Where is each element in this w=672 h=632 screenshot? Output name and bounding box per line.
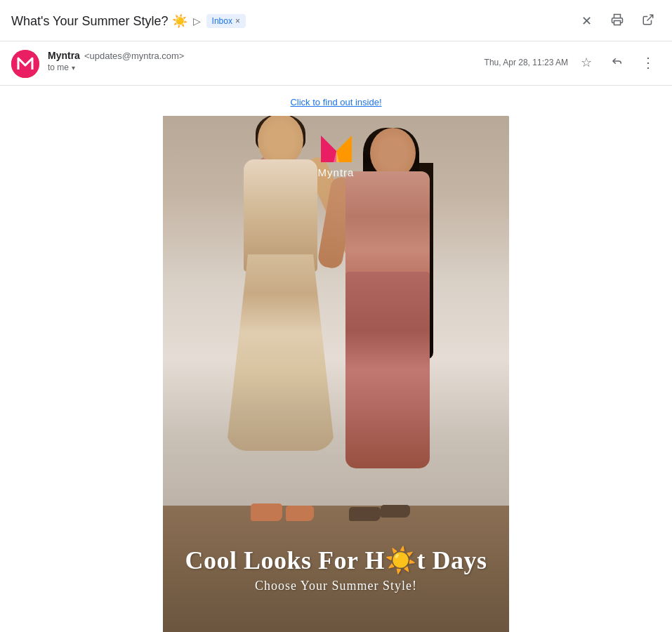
inbox-tag-close-button[interactable]: × (235, 17, 240, 25)
p2-left-sandal (349, 507, 381, 521)
open-new-window-icon (642, 13, 654, 29)
p2-right-sandal (381, 505, 410, 518)
more-options-icon: ⋮ (641, 54, 655, 71)
email-content: Click to find out inside! (0, 86, 672, 632)
to-me-row[interactable]: to me ▾ (48, 62, 184, 72)
header-actions: ✕ (574, 8, 661, 34)
star-button[interactable]: ☆ (574, 50, 599, 75)
chevron-down-icon[interactable]: ▾ (72, 64, 75, 72)
bottom-text-overlay: Cool Looks For H☀️t Days Choose Your Sum… (163, 546, 509, 593)
person2-body (324, 128, 465, 521)
sender-name-row: Myntra <updates@myntra.com> (48, 50, 184, 61)
inbox-tag-label: Inbox (212, 16, 232, 26)
choose-summer-style-text: Choose Your Summer Style! (177, 579, 495, 593)
close-icon: ✕ (581, 13, 592, 29)
p2-pants (345, 272, 430, 468)
p1-right-shoe (286, 506, 314, 521)
cool-looks-part1: Cool Looks For H (185, 546, 385, 574)
tag-arrow-icon: ▷ (193, 15, 201, 27)
sender-row: Myntra <updates@myntra.com> to me ▾ Thu,… (0, 41, 672, 86)
myntra-m-logo (318, 130, 355, 164)
sender-info-area: Myntra <updates@myntra.com> to me ▾ (11, 50, 184, 78)
person2-figure (324, 128, 465, 521)
reply-icon (611, 55, 624, 71)
p2-torso (345, 171, 430, 284)
cool-looks-headline: Cool Looks For H☀️t Days (177, 546, 495, 576)
click-to-find-out-link[interactable]: Click to find out inside! (290, 97, 381, 107)
print-button[interactable] (605, 8, 630, 34)
sender-details: Myntra <updates@myntra.com> to me ▾ (48, 50, 184, 72)
to-me-label: to me (48, 62, 69, 72)
reply-button[interactable] (605, 50, 630, 75)
email-header-bar: What's Your Summer Style? ☀️ ▷ Inbox × ✕ (0, 0, 672, 41)
more-options-button[interactable]: ⋮ (635, 50, 661, 75)
cool-looks-part2: t Days (416, 546, 487, 574)
svg-rect-0 (614, 20, 621, 25)
svg-line-1 (647, 15, 653, 20)
email-subject: What's Your Summer Style? ☀️ (11, 13, 187, 29)
sender-name: Myntra (48, 50, 80, 61)
p1-left-shoe (251, 503, 282, 521)
myntra-brand-text: Myntra (318, 166, 355, 178)
star-icon: ☆ (581, 55, 592, 70)
email-timestamp: Thu, Apr 28, 11:23 AM (485, 58, 568, 67)
sender-right-actions: Thu, Apr 28, 11:23 AM ☆ ⋮ (485, 50, 661, 75)
close-button[interactable]: ✕ (574, 8, 599, 34)
sender-email: <updates@myntra.com> (84, 51, 185, 61)
p1-dress (226, 254, 335, 451)
email-image-banner[interactable]: Myntra Cool Looks For H☀️t Days Choose Y… (163, 116, 509, 632)
print-icon (611, 13, 624, 29)
open-new-window-button[interactable] (635, 8, 661, 34)
myntra-logo-area: Myntra (318, 130, 355, 178)
avatar (11, 50, 39, 78)
email-subject-area: What's Your Summer Style? ☀️ ▷ Inbox × (11, 13, 574, 29)
inbox-tag[interactable]: Inbox × (206, 14, 246, 28)
sun-emoji-hot: ☀️ (385, 546, 417, 574)
